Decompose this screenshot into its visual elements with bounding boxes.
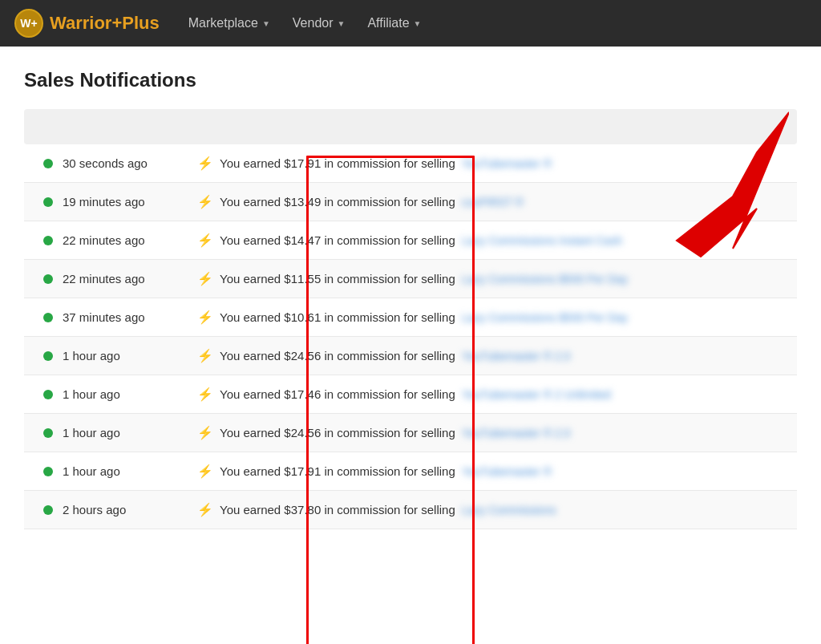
notification-time: 1 hour ago xyxy=(63,464,191,478)
notification-time: 2 hours ago xyxy=(63,503,191,516)
notification-time: 1 hour ago xyxy=(63,387,191,401)
nav-affiliate-label: Affiliate xyxy=(367,16,409,30)
green-dot xyxy=(43,159,53,168)
product-link[interactable]: YouTubemaster ® xyxy=(462,157,552,170)
status-dot-col xyxy=(34,313,63,322)
status-dot-col xyxy=(34,467,63,476)
notification-row: 19 minutes ago ⚡ You earned $13.49 in co… xyxy=(24,183,797,221)
product-link[interactable]: cusPIRST ® xyxy=(462,196,524,209)
notification-message: You earned $17.46 in commission for sell… xyxy=(220,387,787,401)
notification-time: 1 hour ago xyxy=(63,349,191,363)
affiliate-dropdown-icon: ▼ xyxy=(414,19,422,28)
nav-vendor[interactable]: Vendor ▼ xyxy=(283,11,355,35)
notification-message: You earned $11.55 in commission for sell… xyxy=(220,272,787,286)
status-dot-col xyxy=(34,351,63,361)
bolt-icon: ⚡ xyxy=(191,348,220,363)
notification-time: 19 minutes ago xyxy=(63,195,191,209)
status-dot-col xyxy=(34,390,63,399)
notification-time: 22 minutes ago xyxy=(63,233,191,247)
brand-logo: W+ xyxy=(14,9,43,38)
notification-row: 1 hour ago ⚡ You earned $24.56 in commis… xyxy=(24,414,797,452)
filter-bar xyxy=(24,109,797,144)
green-dot xyxy=(43,428,53,438)
notification-time: 30 seconds ago xyxy=(63,156,191,170)
page-content: Sales Notifications 30 seconds ago ⚡ You… xyxy=(0,47,821,529)
notification-row: 22 minutes ago ⚡ You earned $11.55 in co… xyxy=(24,260,797,298)
green-dot xyxy=(43,351,53,361)
notification-row: 1 hour ago ⚡ You earned $17.46 in commis… xyxy=(24,375,797,414)
notification-row: 1 hour ago ⚡ You earned $24.56 in commis… xyxy=(24,337,797,375)
product-link[interactable]: Lazy Commissions Instant Cash xyxy=(462,234,622,247)
product-link[interactable]: YouTubemaster ® 2 Unlimited xyxy=(462,388,611,401)
bolt-icon: ⚡ xyxy=(191,502,220,517)
nav-menu: Marketplace ▼ Vendor ▼ Affiliate ▼ xyxy=(179,11,431,35)
bolt-icon: ⚡ xyxy=(191,156,220,171)
product-link[interactable]: YouTubemaster ® 2.0 xyxy=(462,350,570,363)
notification-message: You earned $13.49 in commission for sell… xyxy=(220,195,787,209)
brand-name: Warrior+Plus xyxy=(50,13,160,34)
notification-time: 22 minutes ago xyxy=(63,272,191,286)
bolt-icon: ⚡ xyxy=(191,425,220,440)
product-link[interactable]: Lazy Commissions xyxy=(462,504,556,516)
bolt-icon: ⚡ xyxy=(191,387,220,402)
notification-row: 1 hour ago ⚡ You earned $17.91 in commis… xyxy=(24,452,797,491)
navbar: W+ Warrior+Plus Marketplace ▼ Vendor ▼ A… xyxy=(0,0,821,47)
nav-affiliate[interactable]: Affiliate ▼ xyxy=(358,11,431,35)
status-dot-col xyxy=(34,197,63,207)
green-dot xyxy=(43,236,53,245)
product-link[interactable]: YouTubemaster ® 2.0 xyxy=(462,427,570,439)
product-link[interactable]: YouTubemaster ® xyxy=(462,465,552,478)
notification-time: 1 hour ago xyxy=(63,426,191,439)
notification-message: You earned $24.56 in commission for sell… xyxy=(220,349,787,363)
green-dot xyxy=(43,467,53,476)
marketplace-dropdown-icon: ▼ xyxy=(262,19,270,28)
green-dot xyxy=(43,274,53,284)
notification-row: 22 minutes ago ⚡ You earned $14.47 in co… xyxy=(24,221,797,260)
vendor-dropdown-icon: ▼ xyxy=(338,19,346,28)
notification-message: You earned $24.56 in commission for sell… xyxy=(220,426,787,439)
notification-row: 30 seconds ago ⚡ You earned $17.91 in co… xyxy=(24,144,797,183)
notification-row: 37 minutes ago ⚡ You earned $10.61 in co… xyxy=(24,298,797,337)
notification-message: You earned $10.61 in commission for sell… xyxy=(220,310,787,324)
notification-time: 37 minutes ago xyxy=(63,310,191,324)
notification-row: 2 hours ago ⚡ You earned $37.80 in commi… xyxy=(24,491,797,529)
page-title: Sales Notifications xyxy=(24,69,797,91)
status-dot-col xyxy=(34,274,63,284)
notification-message: You earned $37.80 in commission for sell… xyxy=(220,503,787,516)
status-dot-col xyxy=(34,159,63,168)
bolt-icon: ⚡ xyxy=(191,233,220,248)
bolt-icon: ⚡ xyxy=(191,464,220,479)
notifications-list: 30 seconds ago ⚡ You earned $17.91 in co… xyxy=(24,144,797,529)
product-link[interactable]: Lazy Commissions $500 Per Day xyxy=(462,311,628,324)
brand: W+ Warrior+Plus xyxy=(14,9,160,38)
green-dot xyxy=(43,197,53,207)
notifications-table-wrapper: 30 seconds ago ⚡ You earned $17.91 in co… xyxy=(24,144,797,529)
green-dot xyxy=(43,313,53,322)
notification-message: You earned $17.91 in commission for sell… xyxy=(220,464,787,478)
bolt-icon: ⚡ xyxy=(191,271,220,286)
bolt-icon: ⚡ xyxy=(191,310,220,325)
product-link[interactable]: Lazy Commissions $500 Per Day xyxy=(462,273,628,286)
nav-marketplace-label: Marketplace xyxy=(188,16,258,30)
status-dot-col xyxy=(34,236,63,245)
notification-message: You earned $17.91 in commission for sell… xyxy=(220,156,787,170)
notification-message: You earned $14.47 in commission for sell… xyxy=(220,233,787,247)
logo-text: W+ xyxy=(20,17,37,30)
nav-marketplace[interactable]: Marketplace ▼ xyxy=(179,11,280,35)
green-dot xyxy=(43,505,53,515)
bolt-icon: ⚡ xyxy=(191,194,220,209)
green-dot xyxy=(43,390,53,399)
status-dot-col xyxy=(34,505,63,515)
nav-vendor-label: Vendor xyxy=(293,16,334,30)
status-dot-col xyxy=(34,428,63,438)
